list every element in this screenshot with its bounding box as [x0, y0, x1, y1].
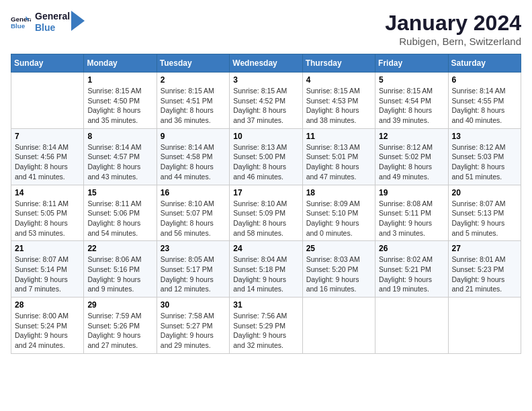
day-info: Sunrise: 8:13 AMSunset: 5:00 PMDaylight:…: [233, 142, 298, 182]
day-number: 10: [233, 132, 298, 141]
day-info: Sunrise: 8:07 AMSunset: 5:14 PMDaylight:…: [15, 255, 80, 294]
day-number: 2: [161, 75, 226, 85]
day-info: Sunrise: 8:02 AMSunset: 5:21 PMDaylight:…: [379, 255, 444, 294]
day-number: 24: [233, 244, 298, 253]
day-number: 12: [379, 132, 444, 141]
calendar-day-cell: 27Sunrise: 8:01 AMSunset: 5:23 PMDayligh…: [448, 241, 521, 298]
day-number: 17: [233, 188, 298, 197]
day-number: 7: [15, 132, 80, 141]
day-number: 28: [15, 300, 80, 310]
day-info: Sunrise: 7:59 AMSunset: 5:26 PMDaylight:…: [87, 311, 152, 351]
day-info: Sunrise: 8:04 AMSunset: 5:18 PMDaylight:…: [233, 255, 298, 294]
calendar-day-cell: [448, 298, 521, 354]
day-number: 4: [306, 75, 371, 85]
calendar-day-cell: 28Sunrise: 8:00 AMSunset: 5:24 PMDayligh…: [11, 298, 84, 354]
calendar-week-row: 28Sunrise: 8:00 AMSunset: 5:24 PMDayligh…: [11, 298, 521, 354]
calendar-day-cell: 23Sunrise: 8:05 AMSunset: 5:17 PMDayligh…: [157, 241, 229, 298]
logo-blue: Blue: [35, 22, 70, 34]
day-number: 29: [87, 300, 152, 310]
calendar-day-cell: 11Sunrise: 8:13 AMSunset: 5:01 PMDayligh…: [302, 128, 375, 185]
day-info: Sunrise: 8:14 AMSunset: 4:56 PMDaylight:…: [15, 142, 80, 182]
calendar-day-cell: 6Sunrise: 8:14 AMSunset: 4:55 PMDaylight…: [448, 73, 521, 129]
calendar-weekday-header: Saturday: [448, 54, 521, 73]
calendar-week-row: 1Sunrise: 8:15 AMSunset: 4:50 PMDaylight…: [11, 73, 521, 129]
day-info: Sunrise: 8:10 AMSunset: 5:09 PMDaylight:…: [233, 199, 298, 238]
day-info: Sunrise: 8:11 AMSunset: 5:05 PMDaylight:…: [15, 199, 80, 238]
day-number: 1: [87, 75, 152, 85]
header: General Blue General Blue January 2024 R…: [11, 11, 521, 47]
calendar-day-cell: 17Sunrise: 8:10 AMSunset: 5:09 PMDayligh…: [230, 185, 302, 241]
calendar-day-cell: 13Sunrise: 8:12 AMSunset: 5:03 PMDayligh…: [448, 128, 521, 185]
day-info: Sunrise: 8:13 AMSunset: 5:01 PMDaylight:…: [306, 142, 371, 182]
calendar-day-cell: 15Sunrise: 8:11 AMSunset: 5:06 PMDayligh…: [84, 185, 157, 241]
day-info: Sunrise: 8:00 AMSunset: 5:24 PMDaylight:…: [15, 311, 80, 351]
day-info: Sunrise: 8:12 AMSunset: 5:03 PMDaylight:…: [452, 142, 517, 182]
day-info: Sunrise: 8:03 AMSunset: 5:20 PMDaylight:…: [306, 255, 371, 294]
day-number: 8: [87, 132, 152, 141]
calendar-weekday-header: Wednesday: [230, 54, 302, 73]
calendar-day-cell: 1Sunrise: 8:15 AMSunset: 4:50 PMDaylight…: [84, 73, 157, 129]
page-title: January 2024: [385, 11, 521, 36]
calendar-table: SundayMondayTuesdayWednesdayThursdayFrid…: [11, 54, 521, 354]
day-info: Sunrise: 7:56 AMSunset: 5:29 PMDaylight:…: [233, 311, 298, 351]
day-info: Sunrise: 8:10 AMSunset: 5:07 PMDaylight:…: [161, 199, 226, 238]
calendar-day-cell: 9Sunrise: 8:14 AMSunset: 4:58 PMDaylight…: [157, 128, 229, 185]
day-info: Sunrise: 8:15 AMSunset: 4:52 PMDaylight:…: [233, 86, 298, 126]
day-info: Sunrise: 8:14 AMSunset: 4:58 PMDaylight:…: [161, 142, 226, 182]
calendar-day-cell: 3Sunrise: 8:15 AMSunset: 4:52 PMDaylight…: [230, 73, 302, 129]
day-number: 26: [379, 244, 444, 253]
day-number: 22: [87, 244, 152, 253]
calendar-day-cell: 5Sunrise: 8:15 AMSunset: 4:54 PMDaylight…: [375, 73, 448, 129]
day-info: Sunrise: 8:15 AMSunset: 4:50 PMDaylight:…: [87, 86, 152, 126]
day-number: 14: [15, 188, 80, 197]
calendar-day-cell: 21Sunrise: 8:07 AMSunset: 5:14 PMDayligh…: [11, 241, 84, 298]
day-info: Sunrise: 8:11 AMSunset: 5:06 PMDaylight:…: [87, 199, 152, 238]
day-info: Sunrise: 8:12 AMSunset: 5:02 PMDaylight:…: [379, 142, 444, 182]
day-number: 30: [161, 300, 226, 310]
page-subtitle: Rubigen, Bern, Switzerland: [385, 36, 521, 47]
calendar-weekday-header: Tuesday: [157, 54, 229, 73]
calendar-day-cell: 20Sunrise: 8:07 AMSunset: 5:13 PMDayligh…: [448, 185, 521, 241]
calendar-day-cell: [11, 73, 84, 129]
calendar-week-row: 7Sunrise: 8:14 AMSunset: 4:56 PMDaylight…: [11, 128, 521, 185]
calendar-day-cell: 22Sunrise: 8:06 AMSunset: 5:16 PMDayligh…: [84, 241, 157, 298]
calendar-day-cell: 25Sunrise: 8:03 AMSunset: 5:20 PMDayligh…: [302, 241, 375, 298]
day-number: 19: [379, 188, 444, 197]
day-number: 31: [233, 300, 298, 310]
svg-marker-3: [71, 11, 85, 31]
day-number: 18: [306, 188, 371, 197]
day-number: 6: [452, 75, 517, 85]
day-info: Sunrise: 8:15 AMSunset: 4:54 PMDaylight:…: [379, 86, 444, 126]
logo: General Blue General Blue: [11, 11, 85, 34]
day-info: Sunrise: 8:09 AMSunset: 5:10 PMDaylight:…: [306, 199, 371, 238]
calendar-day-cell: 8Sunrise: 8:14 AMSunset: 4:57 PMDaylight…: [84, 128, 157, 185]
calendar-day-cell: 29Sunrise: 7:59 AMSunset: 5:26 PMDayligh…: [84, 298, 157, 354]
day-number: 9: [161, 132, 226, 141]
calendar-day-cell: 31Sunrise: 7:56 AMSunset: 5:29 PMDayligh…: [230, 298, 302, 354]
calendar-day-cell: 10Sunrise: 8:13 AMSunset: 5:00 PMDayligh…: [230, 128, 302, 185]
calendar-day-cell: 26Sunrise: 8:02 AMSunset: 5:21 PMDayligh…: [375, 241, 448, 298]
calendar-day-cell: [302, 298, 375, 354]
logo-general: General: [35, 11, 70, 22]
day-info: Sunrise: 7:58 AMSunset: 5:27 PMDaylight:…: [161, 311, 226, 351]
calendar-day-cell: 24Sunrise: 8:04 AMSunset: 5:18 PMDayligh…: [230, 241, 302, 298]
day-info: Sunrise: 8:15 AMSunset: 4:51 PMDaylight:…: [161, 86, 226, 126]
day-info: Sunrise: 8:08 AMSunset: 5:11 PMDaylight:…: [379, 199, 444, 238]
calendar-day-cell: 18Sunrise: 8:09 AMSunset: 5:10 PMDayligh…: [302, 185, 375, 241]
calendar-day-cell: 14Sunrise: 8:11 AMSunset: 5:05 PMDayligh…: [11, 185, 84, 241]
day-number: 3: [233, 75, 298, 85]
day-info: Sunrise: 8:07 AMSunset: 5:13 PMDaylight:…: [452, 199, 517, 238]
calendar-day-cell: 7Sunrise: 8:14 AMSunset: 4:56 PMDaylight…: [11, 128, 84, 185]
calendar-day-cell: 2Sunrise: 8:15 AMSunset: 4:51 PMDaylight…: [157, 73, 229, 129]
calendar-day-cell: [375, 298, 448, 354]
calendar-day-cell: 30Sunrise: 7:58 AMSunset: 5:27 PMDayligh…: [157, 298, 229, 354]
logo-triangle-icon: [71, 11, 85, 31]
day-number: 16: [161, 188, 226, 197]
day-number: 25: [306, 244, 371, 253]
calendar-day-cell: 4Sunrise: 8:15 AMSunset: 4:53 PMDaylight…: [302, 73, 375, 129]
calendar-day-cell: 16Sunrise: 8:10 AMSunset: 5:07 PMDayligh…: [157, 185, 229, 241]
day-number: 13: [452, 132, 517, 141]
calendar-day-cell: 12Sunrise: 8:12 AMSunset: 5:02 PMDayligh…: [375, 128, 448, 185]
day-number: 27: [452, 244, 517, 253]
day-number: 11: [306, 132, 371, 141]
